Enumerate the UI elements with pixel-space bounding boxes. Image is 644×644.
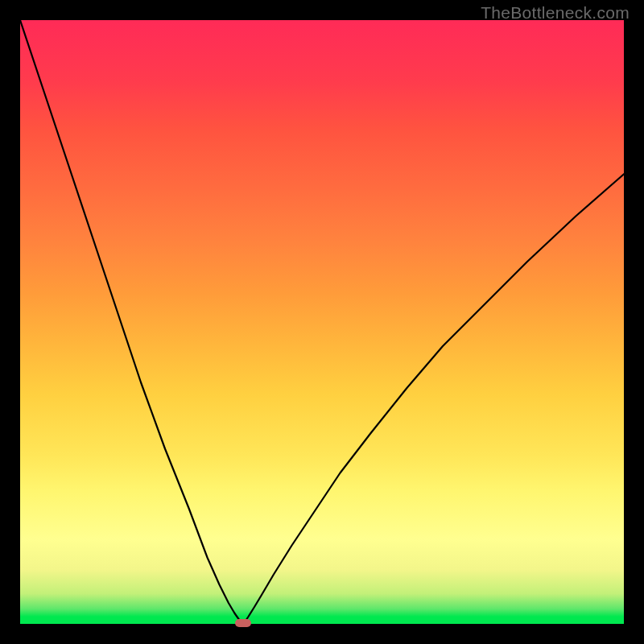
chart-background xyxy=(20,20,624,624)
curve-svg xyxy=(20,20,624,624)
minimum-marker xyxy=(235,619,251,627)
bottleneck-curve xyxy=(20,20,624,624)
chart-plot-area xyxy=(20,20,624,624)
watermark-label: TheBottleneck.com xyxy=(481,3,630,23)
